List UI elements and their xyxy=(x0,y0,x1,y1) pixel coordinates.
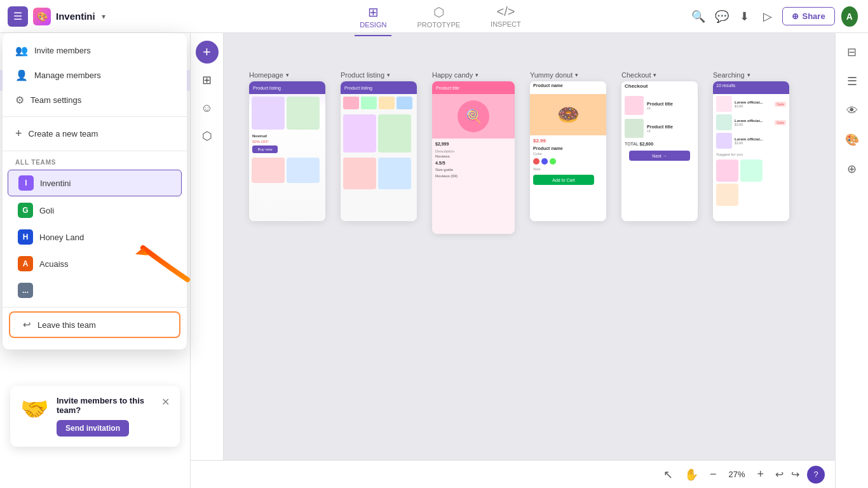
components-button[interactable]: ⊞ xyxy=(196,69,219,92)
header-nav: ⊞ DESIGN ⬡ PROTOTYPE </> INSPECT xyxy=(191,2,690,31)
search-button[interactable]: 🔍 xyxy=(690,6,707,27)
dropdown-leave-team[interactable]: ↩ Leave this team xyxy=(9,311,180,338)
dropdown-menu: 👥 Invite members 👤 Manage members ⚙ Team… xyxy=(3,33,187,349)
frame-happy-candy-preview[interactable]: Product title 🍭 $2,999 Description Revie… xyxy=(432,81,515,234)
frame-checkout-preview[interactable]: Checkout Product title x1 Product title … xyxy=(621,81,698,221)
tab-prototype-label: PROTOTYPE xyxy=(417,21,460,29)
dropdown-team-settings[interactable]: ⚙ Team settings xyxy=(3,88,187,112)
canvas-area: Homepage ▾ Product listing Nostrud 50% O… xyxy=(224,33,835,460)
share-label: Share xyxy=(802,11,825,21)
pointer-tool[interactable]: ↖ xyxy=(660,466,677,483)
frame-product-listing: Product listing ▾ Product listing xyxy=(341,71,417,221)
brand-name: Inventini xyxy=(56,11,95,22)
header-right: 🔍 💬 ⬇ ▷ ⊕ Share A xyxy=(690,6,868,27)
redo-button[interactable]: ↪ xyxy=(789,466,802,483)
layout-button[interactable]: ☰ xyxy=(841,70,864,93)
tab-design-label: DESIGN xyxy=(360,21,386,29)
invite-text-block: Invite members to this team? Send invita… xyxy=(57,396,154,437)
frame-happy-candy: Happy candy ▾ Product title 🍭 $2,999 Des… xyxy=(432,71,515,234)
header: ☰ 🎨 Inventini ▾ ⊞ DESIGN ⬡ PROTOTYPE </>… xyxy=(0,0,868,33)
invite-icon: 👥 xyxy=(15,44,28,57)
invite-emoji: 🤝 xyxy=(20,396,49,423)
team-badge-inventini: I xyxy=(18,175,34,191)
close-banner-button[interactable]: ✕ xyxy=(161,396,170,408)
frame-homepage-preview[interactable]: Product listing Nostrud 50% OFF Buy now xyxy=(249,81,325,221)
invite-title: Invite members to this team? xyxy=(57,396,154,415)
tab-inspect[interactable]: </> INSPECT xyxy=(485,2,526,30)
design-icon: ⊞ xyxy=(368,4,379,20)
add-button[interactable]: + xyxy=(196,41,219,64)
leave-icon: ↩ xyxy=(23,319,31,330)
frame-yummy-donut: Yummy donut ▾ Product name 🍩 $2.99 Produ… xyxy=(530,71,606,221)
header-left: ☰ 🎨 Inventini ▾ xyxy=(0,6,191,27)
prototype-icon: ⬡ xyxy=(433,4,444,20)
eye-button[interactable]: 👁 xyxy=(841,99,864,122)
comment-button[interactable]: 💬 xyxy=(713,6,729,27)
frame-happy-candy-label: Happy candy ▾ xyxy=(432,71,515,79)
palette-button[interactable]: 🎨 xyxy=(841,128,864,151)
dropdown-divider-3 xyxy=(3,307,187,308)
undo-button[interactable]: ↩ xyxy=(773,466,786,483)
plugin-button[interactable]: ⬡ xyxy=(196,125,219,147)
chevron-icon-3: ▾ xyxy=(475,72,478,78)
settings-gear-icon: ⚙ xyxy=(15,94,24,106)
brand-icon: 🎨 xyxy=(33,8,51,25)
right-toolbar: ⊟ ☰ 👁 🎨 ⊕ xyxy=(835,33,868,488)
chevron-icon-6: ▾ xyxy=(747,72,750,78)
download-button[interactable]: ⬇ xyxy=(736,6,753,27)
chevron-icon-4: ▾ xyxy=(575,72,578,78)
hand-tool[interactable]: ✋ xyxy=(681,466,702,483)
tab-prototype[interactable]: ⬡ PROTOTYPE xyxy=(412,2,465,31)
frame-checkout-label: Checkout ▾ xyxy=(621,71,698,79)
zoom-out-button[interactable]: − xyxy=(706,466,721,482)
play-button[interactable]: ▷ xyxy=(759,6,776,27)
frame-product-listing-label: Product listing ▾ xyxy=(341,71,417,79)
tab-design[interactable]: ⊞ DESIGN xyxy=(355,2,391,31)
brand-chevron-icon[interactable]: ▾ xyxy=(102,12,105,21)
dropdown-divider-1 xyxy=(3,116,187,117)
team-item-acuaiss[interactable]: A Acuaiss xyxy=(8,251,182,276)
team-badge-acuaiss: A xyxy=(18,256,33,271)
manage-icon: 👤 xyxy=(15,69,28,81)
frame-homepage: Homepage ▾ Product listing Nostrud 50% O… xyxy=(249,71,325,221)
chevron-icon: ▾ xyxy=(286,72,289,78)
help-button[interactable]: ? xyxy=(807,466,825,484)
team-item-goli[interactable]: G Goli xyxy=(8,198,182,223)
left-toolbar: + ⊞ ☺ ⬡ xyxy=(191,33,224,488)
cursor-button[interactable]: ⊕ xyxy=(841,158,864,180)
dropdown-invite-members[interactable]: 👥 Invite members xyxy=(3,38,187,63)
dropdown-manage-members[interactable]: 👤 Manage members xyxy=(3,63,187,88)
zoom-in-button[interactable]: + xyxy=(753,466,768,482)
zoom-level-display[interactable]: 27% xyxy=(724,470,749,479)
undo-redo-controls: ↩ ↪ xyxy=(773,466,802,483)
send-invitation-button[interactable]: Send invitation xyxy=(57,420,129,437)
team-item-honeyland[interactable]: H Honey Land xyxy=(8,224,182,250)
chevron-icon-2: ▾ xyxy=(387,72,390,78)
frame-checkout: Checkout ▾ Checkout Product title x1 xyxy=(621,71,698,221)
inspect-icon: </> xyxy=(496,4,515,19)
frame-yummy-donut-preview[interactable]: Product name 🍩 $2.99 Product name Color … xyxy=(530,81,606,221)
dropdown-divider-2 xyxy=(3,151,187,151)
share-icon: ⊕ xyxy=(792,11,799,21)
all-teams-label: ALL TEAMS xyxy=(3,155,187,168)
bottom-bar: ↖ ✋ − 27% + ↩ ↪ ? xyxy=(191,460,835,488)
chevron-icon-5: ▾ xyxy=(653,72,656,78)
hamburger-button[interactable]: ☰ xyxy=(8,6,28,27)
frame-searching-preview[interactable]: 10 results Lorem officiat... $100 Sale xyxy=(713,81,789,221)
team-item-inventini[interactable]: I Inventini xyxy=(8,170,182,196)
team-item-more[interactable]: ... xyxy=(8,278,182,303)
frame-searching-label: Searching ▾ xyxy=(713,71,789,79)
avatar[interactable]: A xyxy=(841,6,858,27)
menu-icon: ☰ xyxy=(13,10,22,22)
emoji-button[interactable]: ☺ xyxy=(196,97,219,119)
frames-container: Homepage ▾ Product listing Nostrud 50% O… xyxy=(224,33,835,272)
frame-product-listing-preview[interactable]: Product listing xyxy=(341,81,417,221)
team-badge-more: ... xyxy=(18,283,33,298)
filter-button[interactable]: ⊟ xyxy=(841,41,864,64)
share-button[interactable]: ⊕ Share xyxy=(782,7,834,25)
frame-searching: Searching ▾ 10 results Lorem officiat...… xyxy=(713,71,789,221)
frame-yummy-donut-label: Yummy donut ▾ xyxy=(530,71,606,79)
plus-icon: + xyxy=(15,127,22,140)
dropdown-create-team[interactable]: + Create a new team xyxy=(3,121,187,147)
tab-inspect-label: INSPECT xyxy=(491,20,521,28)
